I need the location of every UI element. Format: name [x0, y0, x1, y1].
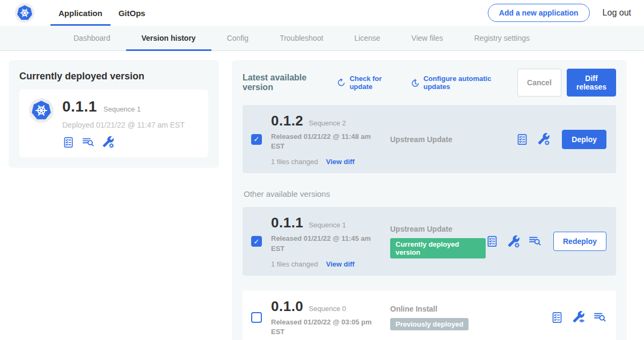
- clock-refresh-icon: [410, 78, 420, 88]
- previously-deployed-badge: Previously deployed: [390, 318, 469, 330]
- version-checkbox[interactable]: [251, 134, 262, 145]
- app-subnav: Dashboard Version history Config Trouble…: [0, 26, 644, 51]
- redeploy-button[interactable]: Redeploy: [553, 232, 606, 251]
- kubernetes-logo-icon: [29, 98, 54, 123]
- deployed-sequence-label: Sequence 1: [104, 105, 141, 113]
- currently-deployed-panel: Currently deployed version 0.1.1 Sequenc…: [9, 60, 219, 168]
- version-row-0-1-0: 0.1.0 Sequence 0 Released 01/20/22 @ 03:…: [243, 291, 616, 340]
- configure-automatic-updates-link[interactable]: Configure automatic updates: [410, 75, 503, 91]
- config-checklist-icon[interactable]: [551, 311, 564, 324]
- troubleshoot-wrench-gear-icon[interactable]: [537, 132, 550, 146]
- version-checkbox[interactable]: [251, 236, 262, 247]
- version-number: 0.1.2: [271, 113, 303, 129]
- add-application-button[interactable]: Add a new application: [488, 4, 590, 22]
- version-source-label: Upstream Update: [390, 135, 516, 144]
- diff-releases-button[interactable]: Diff releases: [567, 69, 616, 97]
- logout-button[interactable]: Log out: [603, 8, 631, 18]
- subnav-registry-settings[interactable]: Registry settings: [458, 26, 545, 50]
- nav-tab-gitops[interactable]: GitOps: [111, 0, 153, 26]
- subnav-view-files[interactable]: View files: [396, 26, 459, 50]
- other-versions-title: Other available versions: [244, 189, 616, 198]
- version-row-0-1-1: 0.1.1 Sequence 1 Released 01/21/22 @ 11:…: [243, 207, 616, 275]
- released-timestamp: Released 01/20/22 @ 03:05 pm EST: [271, 317, 373, 337]
- view-files-search-icon[interactable]: [82, 136, 94, 149]
- version-number: 0.1.1: [271, 215, 303, 231]
- view-diff-link[interactable]: View diff: [326, 158, 354, 166]
- refresh-icon: [336, 78, 346, 87]
- version-source-label: Online Install: [390, 305, 551, 313]
- troubleshoot-wrench-gear-icon[interactable]: [101, 136, 114, 149]
- sequence-label: Sequence 0: [309, 305, 346, 313]
- deployed-timestamp: Deployed 01/21/22 @ 11:47 am EST: [62, 121, 185, 129]
- view-files-search-icon[interactable]: [528, 235, 541, 248]
- sequence-label: Sequence 1: [309, 221, 346, 229]
- version-checkbox[interactable]: [251, 312, 262, 323]
- config-checklist-icon[interactable]: [516, 133, 529, 146]
- version-source-label: Upstream Update: [390, 225, 486, 233]
- check-for-update-label: Check for update: [349, 75, 396, 91]
- deployed-panel-title: Currently deployed version: [19, 71, 208, 82]
- top-navbar: Application GitOps Add a new application…: [0, 0, 644, 26]
- version-number: 0.1.0: [271, 298, 303, 315]
- deploy-button[interactable]: Deploy: [562, 130, 606, 149]
- check-for-update-link[interactable]: Check for update: [336, 75, 396, 91]
- view-diff-link[interactable]: View diff: [326, 260, 354, 268]
- kubernetes-logo-icon: [15, 3, 34, 23]
- files-changed-label: 1 files changed: [271, 260, 318, 268]
- latest-version-title: Latest available version: [243, 73, 325, 92]
- main-content: Currently deployed version 0.1.1 Sequenc…: [0, 51, 644, 340]
- cancel-button[interactable]: Cancel: [517, 69, 561, 97]
- preflight-wrench-eye-icon[interactable]: [572, 311, 585, 324]
- version-history-panel: Latest available version Check for updat…: [232, 60, 627, 340]
- subnav-version-history[interactable]: Version history: [126, 26, 211, 50]
- released-timestamp: Released 01/21/22 @ 11:48 am EST: [271, 132, 373, 151]
- subnav-config[interactable]: Config: [211, 26, 264, 50]
- troubleshoot-wrench-gear-icon[interactable]: [507, 235, 520, 248]
- configure-updates-label: Configure automatic updates: [423, 75, 503, 91]
- version-row-0-1-2: 0.1.2 Sequence 2 Released 01/21/22 @ 11:…: [243, 105, 616, 173]
- config-checklist-icon[interactable]: [62, 136, 75, 149]
- latest-version-header: Latest available version Check for updat…: [243, 69, 616, 97]
- sequence-label: Sequence 2: [309, 119, 346, 127]
- files-changed-label: 1 files changed: [271, 158, 318, 166]
- deployed-version-card: 0.1.1 Sequence 1 Deployed 01/21/22 @ 11:…: [19, 90, 208, 157]
- currently-deployed-badge: Currently deployed version: [390, 238, 486, 258]
- nav-tab-application[interactable]: Application: [50, 0, 111, 26]
- subnav-troubleshoot[interactable]: Troubleshoot: [264, 26, 339, 50]
- navbar-right: Add a new application Log out: [488, 4, 631, 22]
- config-checklist-icon[interactable]: [486, 235, 499, 248]
- view-files-search-icon[interactable]: [593, 311, 606, 324]
- released-timestamp: Released 01/21/22 @ 11:45 am EST: [271, 234, 373, 253]
- subnav-dashboard[interactable]: Dashboard: [58, 26, 126, 50]
- deployed-version-number: 0.1.1: [62, 98, 97, 115]
- subnav-license[interactable]: License: [339, 26, 396, 50]
